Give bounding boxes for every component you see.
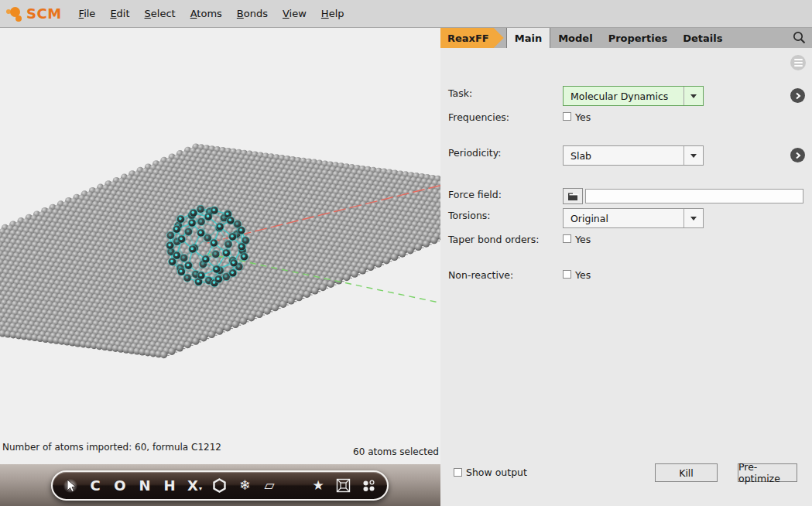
scm-logo-text: SCM [26,5,62,22]
taper-bond-orders-checkbox-label[interactable]: Yes [575,234,591,245]
preoptimize-button[interactable]: Pre-optimize [738,463,797,482]
reaxff-panel: ReaxFF MainModelPropertiesDetails Task: … [440,28,812,506]
periodicity-detail-arrow-button[interactable] [790,148,805,162]
bottom-toolbar-area: CONHX▾❄▱★ [0,464,440,506]
non-reactive-checkbox[interactable] [563,270,571,279]
force-field-label: Force field: [448,189,502,200]
element-oxygen-button[interactable]: O [113,479,127,493]
force-field-input[interactable] [585,189,803,203]
torsions-dropdown[interactable]: Original [563,208,704,228]
torsions-label: Torsions: [448,210,491,221]
show-output-checkbox[interactable] [454,468,462,477]
non-reactive-checkbox-label[interactable]: Yes [575,269,591,281]
tab-details[interactable]: Details [675,28,730,48]
frequencies-checkbox-label[interactable]: Yes [575,111,591,123]
element-picker-button[interactable]: X▾ [187,479,201,493]
non-reactive-label: Non-reactive: [448,269,513,281]
periodicity-dropdown[interactable]: Slab [563,145,704,166]
panel-menu-icon[interactable] [790,55,806,70]
torsions-value: Original [564,213,684,224]
menu-atoms[interactable]: Atoms [190,8,222,19]
tab-model[interactable]: Model [550,28,600,48]
import-status-text: Number of atoms imported: 60, formula C1… [2,442,221,453]
task-dropdown[interactable]: Molecular Dynamics [563,86,704,106]
folder-icon [567,192,579,201]
periodicity-value: Slab [564,150,684,162]
element-hydrogen-button[interactable]: H [163,479,176,493]
molecule-viewer[interactable]: Number of atoms imported: 60, formula C1… [0,28,440,464]
periodicity-label: Periodicity: [448,147,501,159]
chevron-down-icon [684,87,703,105]
menu-view[interactable]: View [283,8,307,19]
favorites-star-icon[interactable]: ★ [311,479,325,492]
menu-help[interactable]: Help [321,8,344,19]
task-detail-arrow-button[interactable] [790,88,805,103]
scm-logo-icon [6,5,26,23]
fragments-icon[interactable] [361,479,376,493]
menu-bonds[interactable]: Bonds [237,8,268,19]
chevron-right-icon [794,152,802,159]
menu-bar: SCM FileEditSelectAtomsBondsViewHelp [0,0,812,28]
frequencies-label: Frequencies: [448,111,509,123]
task-value: Molecular Dynamics [564,91,684,102]
taper-bond-orders-checkbox[interactable] [563,234,571,243]
builder-toolbar: CONHX▾❄▱★ [51,470,389,501]
tabs: MainModelPropertiesDetails [504,28,731,48]
selection-status-text: 60 atoms selected [353,446,439,457]
frequencies-checkbox[interactable] [563,112,571,121]
scm-logo: SCM [6,5,62,23]
select-pointer-icon[interactable] [63,479,77,493]
tab-properties[interactable]: Properties [601,28,676,48]
kill-button[interactable]: Kill [655,463,718,482]
application-window: SCM FileEditSelectAtomsBondsViewHelp Num… [0,0,812,506]
taper-bond-orders-label: Taper bond orders: [448,234,539,245]
tab-bar: ReaxFF MainModelPropertiesDetails [440,28,812,48]
cell-frame-icon[interactable] [336,478,351,493]
module-tab-reaxff[interactable]: ReaxFF [440,28,504,48]
menu-edit[interactable]: Edit [110,8,129,19]
element-nitrogen-button[interactable]: N [138,479,152,493]
task-label: Task: [448,87,472,99]
force-field-browse-button[interactable] [563,188,583,204]
show-output-label[interactable]: Show output [466,467,527,478]
menu-items: FileEditSelectAtomsBondsViewHelp [79,8,359,19]
structure-tool-icon[interactable]: ❄ [238,479,252,492]
chevron-down-icon [684,209,703,227]
search-icon[interactable] [792,30,807,46]
chevron-right-icon [794,92,802,100]
element-carbon-button[interactable]: C [88,479,102,493]
menu-select[interactable]: Select [145,8,176,19]
tab-main[interactable]: Main [506,28,550,48]
chevron-down-icon [684,146,703,165]
ring-tool-icon[interactable] [212,478,227,493]
menu-file[interactable]: File [79,8,96,19]
molecule-scene[interactable] [0,28,440,464]
plane-tool-icon[interactable]: ▱ [262,479,276,492]
